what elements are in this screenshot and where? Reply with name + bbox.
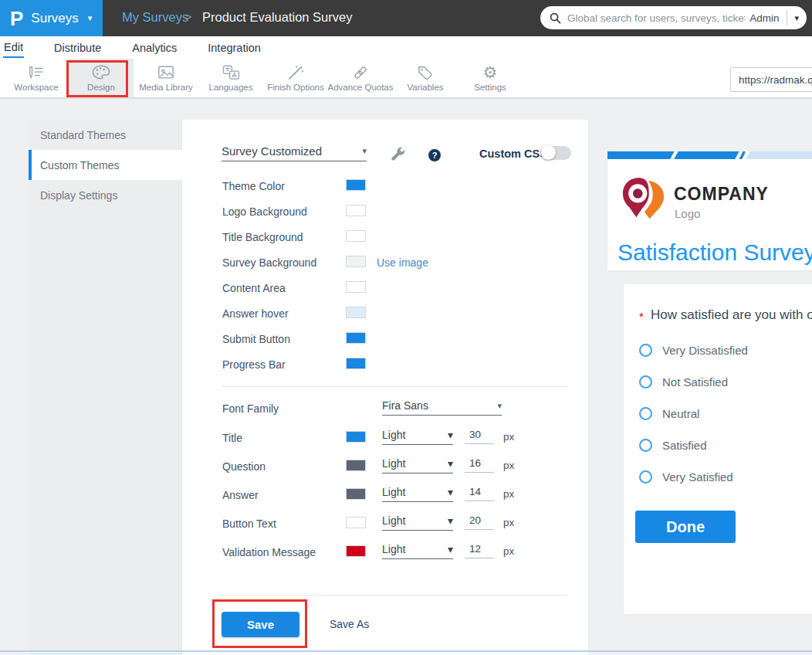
toolbar-item-finish-options[interactable]: Finish Options bbox=[263, 59, 328, 97]
color-swatch-question-font[interactable] bbox=[346, 460, 366, 471]
button-text-weight-select[interactable]: Light▾ bbox=[382, 514, 453, 531]
row-label: Title bbox=[222, 432, 242, 444]
image-icon bbox=[157, 65, 174, 80]
color-swatch-answer-hover[interactable] bbox=[346, 307, 366, 318]
color-swatch-answer-font[interactable] bbox=[346, 488, 366, 500]
help-icon[interactable]: ? bbox=[428, 149, 441, 161]
search-input[interactable] bbox=[567, 12, 745, 24]
survey-url-input[interactable] bbox=[731, 74, 812, 86]
sidebar-item-display-settings[interactable]: Display Settings bbox=[29, 180, 182, 210]
row-label: Progress Bar bbox=[222, 358, 286, 371]
company-logo-subtext: Logo bbox=[675, 207, 700, 220]
toolbar-item-variables[interactable]: Variables bbox=[393, 59, 458, 97]
answer-option[interactable]: Satisfied bbox=[639, 439, 707, 452]
top-header-bar: P Surveys ▾ My Surveys > Product Evaluat… bbox=[0, 0, 812, 36]
button-text-size-input[interactable] bbox=[465, 514, 494, 530]
primary-nav: Edit Distribute Analytics Integration bbox=[0, 36, 812, 59]
save-button[interactable]: Save bbox=[222, 612, 299, 637]
chevron-down-icon: ▾ bbox=[497, 401, 502, 411]
color-swatch-title-background[interactable] bbox=[346, 230, 366, 242]
nav-tab-analytics[interactable]: Analytics bbox=[131, 39, 178, 57]
editor-toolbar: Workspace Design Media Library Languages bbox=[0, 59, 812, 99]
sidebar-item-custom-themes[interactable]: Custom Themes bbox=[29, 150, 182, 180]
chain-link-icon bbox=[352, 65, 369, 80]
breadcrumb-parent[interactable]: My Surveys bbox=[122, 10, 188, 25]
toolbar-item-advance-quotas[interactable]: Advance Quotas bbox=[328, 59, 393, 97]
row-label: Theme Color bbox=[222, 180, 285, 192]
color-swatch-survey-background[interactable] bbox=[346, 256, 366, 267]
answer-option[interactable]: Not Satisfied bbox=[639, 375, 728, 389]
radio-icon[interactable] bbox=[639, 407, 652, 420]
color-swatch-content-area[interactable] bbox=[346, 281, 366, 293]
answer-weight-select[interactable]: Light▾ bbox=[382, 486, 453, 502]
themes-sidebar: Standard Themes Custom Themes Display Se… bbox=[29, 120, 182, 655]
divider bbox=[787, 10, 787, 25]
answer-size-input[interactable] bbox=[465, 486, 494, 501]
toolbar-item-media-library[interactable]: Media Library bbox=[134, 59, 198, 97]
palette-icon bbox=[92, 64, 110, 80]
radio-icon[interactable] bbox=[639, 375, 652, 389]
save-as-link[interactable]: Save As bbox=[330, 618, 369, 630]
row-label: Question bbox=[222, 460, 266, 473]
validation-weight-select[interactable]: Light▾ bbox=[382, 543, 453, 559]
question-weight-select[interactable]: Light▾ bbox=[382, 457, 453, 473]
preview-question-card: * How satisfied are you with our Very Di… bbox=[624, 284, 812, 614]
color-swatch-title-font[interactable] bbox=[346, 431, 366, 443]
radio-icon[interactable] bbox=[639, 439, 652, 452]
row-label: Validation Message bbox=[222, 546, 316, 558]
color-swatch-button-text[interactable] bbox=[346, 517, 366, 528]
survey-url-box[interactable] bbox=[730, 67, 812, 92]
radio-icon[interactable] bbox=[639, 470, 652, 484]
question-size-input[interactable] bbox=[465, 457, 494, 473]
unit-label: px bbox=[503, 460, 514, 471]
color-swatch-logo-background[interactable] bbox=[346, 205, 366, 216]
preview-header-card: COMPANY Logo Satisfaction Survey bbox=[607, 159, 812, 270]
company-logo-icon bbox=[621, 176, 666, 230]
unit-label: px bbox=[503, 431, 514, 443]
toolbar-item-workspace[interactable]: Workspace bbox=[4, 59, 69, 97]
admin-menu-caret-icon[interactable]: ▾ bbox=[794, 13, 799, 23]
row-label: Answer bbox=[222, 489, 259, 501]
answer-option[interactable]: Neutral bbox=[639, 407, 699, 420]
toolbar-item-settings[interactable]: ⚙ Settings bbox=[458, 59, 523, 97]
toolbar-item-design[interactable]: Design bbox=[69, 59, 134, 97]
answer-option[interactable]: Very Dissatisfied bbox=[639, 344, 748, 357]
question-text: How satisfied are you with our bbox=[651, 307, 812, 323]
divider bbox=[222, 595, 567, 596]
breadcrumb-current: Product Evaluation Survey bbox=[202, 10, 352, 25]
nav-tab-edit[interactable]: Edit bbox=[3, 38, 24, 58]
survey-title: Satisfaction Survey bbox=[617, 239, 812, 266]
wand-icon bbox=[287, 65, 304, 80]
global-search[interactable]: Admin ▾ bbox=[540, 6, 807, 29]
toolbar-item-languages[interactable]: Languages bbox=[198, 59, 263, 97]
app-menu-surveys[interactable]: Surveys bbox=[31, 11, 78, 26]
chevron-down-icon: ▾ bbox=[362, 146, 367, 156]
color-swatch-validation-message[interactable] bbox=[346, 545, 366, 557]
font-family-select[interactable]: Fira Sans ▾ bbox=[382, 399, 502, 416]
theme-select[interactable]: Survey Customized ▾ bbox=[222, 144, 367, 161]
app-logo-block[interactable]: P Surveys ▾ bbox=[0, 0, 103, 36]
nav-tab-integration[interactable]: Integration bbox=[207, 39, 262, 57]
nav-tab-distribute[interactable]: Distribute bbox=[53, 39, 102, 57]
done-button[interactable]: Done bbox=[635, 511, 736, 543]
title-size-input[interactable] bbox=[465, 429, 494, 444]
proprofs-logo-icon: P bbox=[10, 8, 23, 29]
row-label: Content Area bbox=[222, 282, 286, 294]
bottom-edge-line bbox=[0, 650, 812, 652]
answer-option[interactable]: Very Satisfied bbox=[639, 470, 733, 484]
theme-editor-panel: Survey Customized ▾ ? Custom CSS Theme C… bbox=[182, 120, 588, 655]
wrench-icon[interactable] bbox=[388, 145, 407, 164]
required-mark: * bbox=[639, 310, 644, 323]
color-swatch-progress-bar[interactable] bbox=[346, 358, 366, 369]
radio-icon[interactable] bbox=[639, 344, 652, 357]
custom-css-toggle[interactable] bbox=[540, 146, 571, 160]
use-image-link[interactable]: Use image bbox=[377, 256, 428, 269]
toggle-knob bbox=[541, 145, 556, 160]
tag-icon bbox=[417, 65, 434, 80]
row-label: Submit Button bbox=[222, 333, 290, 345]
color-swatch-submit-button[interactable] bbox=[346, 332, 366, 344]
validation-size-input[interactable] bbox=[465, 543, 494, 558]
sidebar-item-standard-themes[interactable]: Standard Themes bbox=[29, 120, 182, 150]
color-swatch-theme-color[interactable] bbox=[346, 179, 366, 191]
title-weight-select[interactable]: Light▾ bbox=[382, 429, 453, 445]
